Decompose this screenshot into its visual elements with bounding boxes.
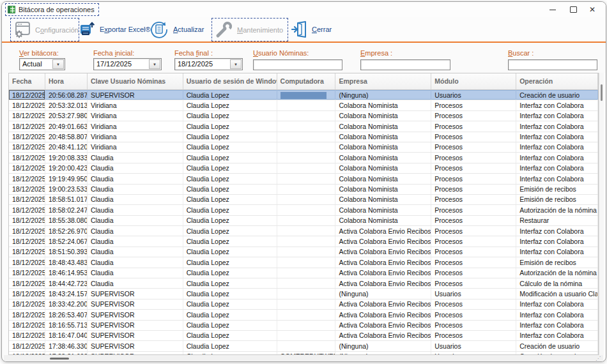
table-row[interactable]: 18/12/202518:52:26.970ClaudiaClaudia Lop… <box>9 226 598 236</box>
table-cell: 18/12/2025 <box>9 331 45 340</box>
table-cell: 18/12/2025 <box>9 90 45 100</box>
table-row[interactable]: 18/12/202518:51:50.393ClaudiaClaudia Lop… <box>9 247 598 257</box>
table-row[interactable]: 18/12/202518:44:42.723ClaudiaClaudia Lop… <box>9 278 598 289</box>
table-row[interactable]: 18/12/202519:20:00.423ClaudiaClaudia Lop… <box>9 163 598 174</box>
table-cell: Procesos <box>431 205 516 215</box>
empresa-input[interactable] <box>360 59 450 70</box>
table-row[interactable]: 18/12/202520:53:27.980ViridianaClaudia L… <box>9 111 598 121</box>
exportar-excel-button[interactable]: Exportar Excel® <box>77 18 153 40</box>
column-header[interactable]: Operación <box>516 73 598 89</box>
table-cell: Procesos <box>431 278 516 288</box>
table-cell <box>277 278 336 288</box>
table-cell: Claudia Lopez <box>183 185 277 194</box>
buscar-input[interactable] <box>508 59 597 70</box>
horizontal-scrollbar-thumb[interactable] <box>50 358 69 360</box>
table-row[interactable]: 18/12/202520:48:41.120ViridianaClaudia L… <box>9 142 598 153</box>
chevron-down-icon[interactable]: ▼ <box>149 59 160 69</box>
table-cell <box>277 236 336 246</box>
table-cell: Viridiana <box>88 100 183 110</box>
ver-bitacora-field: Ver bitácora: Actual ▼ <box>19 49 65 70</box>
mantenimiento-button[interactable]: Mantenimiento <box>211 18 288 42</box>
column-header[interactable]: Fecha <box>9 73 45 89</box>
table-row[interactable]: 18/12/202518:52:24.067ClaudiaClaudia Lop… <box>9 236 598 246</box>
table-cell: 18:44:42.723 <box>45 278 88 288</box>
table-cell: Claudia Lopez <box>183 289 277 298</box>
column-header[interactable]: Empresa <box>335 73 431 89</box>
table-cell: 18/12/2025 <box>9 163 45 173</box>
table-cell: Interfaz con Colabora <box>516 310 598 319</box>
table-cell: Claudia <box>88 236 183 246</box>
table-cell: Claudia Lopez <box>183 226 277 236</box>
table-row[interactable]: 18/12/202518:46:14.953ClaudiaClaudia Lop… <box>9 268 598 278</box>
table-cell: 17:38:46.330 <box>45 341 88 351</box>
table-row[interactable]: 18/12/202518:58:51.017ClaudiaClaudia Lop… <box>9 195 598 205</box>
table-header[interactable]: FechaHoraClave Usuario NóminasUsuario de… <box>9 73 598 90</box>
table-row[interactable]: 18/12/202520:49:01.663ViridianaClaudia L… <box>9 121 598 132</box>
table-cell: Procesos <box>431 132 516 142</box>
empresa-label: Empresa : <box>360 49 450 57</box>
table-cell: Activa Colabora Envio Recibos <box>335 268 431 278</box>
fecha-inicial-combo[interactable]: 17/12/2025 ▼ <box>93 58 162 70</box>
minimize-button[interactable] <box>546 4 560 15</box>
maximize-button[interactable] <box>566 4 580 15</box>
table-row[interactable]: 18/12/202518:48:43.483ClaudiaClaudia Lop… <box>9 257 598 268</box>
cerrar-button[interactable]: Cerrar <box>288 18 334 40</box>
table-cell: 18/12/2025 <box>9 300 45 309</box>
configuracion-button[interactable]: Configuración <box>10 18 79 42</box>
usuario-nominas-input[interactable] <box>253 59 342 70</box>
table-row[interactable]: 18/12/202517:38:46.330SUPERVISORClaudia … <box>9 341 598 351</box>
resize-grip-icon[interactable]: ⋰ <box>595 356 601 361</box>
chevron-down-icon[interactable]: ▼ <box>52 59 64 69</box>
table-row[interactable]: 18/12/202518:58:02.247ClaudiaClaudia Lop… <box>9 205 598 215</box>
table-row[interactable]: 18/12/202518:16:47.040SUPERVISORClaudia … <box>9 331 598 341</box>
table-cell: Procesos <box>431 300 516 309</box>
table-row[interactable]: 18/12/202520:48:58.807ViridianaClaudia L… <box>9 132 598 142</box>
column-header[interactable]: Usuario de sesión de Windows <box>183 73 277 89</box>
buscar-label: Buscar : <box>508 49 597 57</box>
vertical-scrollbar-thumb[interactable] <box>601 84 603 101</box>
refresh-document-icon <box>150 20 169 39</box>
app-window: Bitácora de operaciones ✕ <box>1 1 606 362</box>
vertical-scrollbar[interactable] <box>599 73 604 355</box>
fecha-final-combo[interactable]: 18/12/2025 ▼ <box>174 58 243 70</box>
table-row[interactable]: 18/12/202519:20:08.333ClaudiaClaudia Lop… <box>9 153 598 163</box>
toolbar: Configuración Exportar Excel® <box>2 17 606 42</box>
ver-bitacora-combo[interactable]: Actual ▼ <box>19 58 65 70</box>
chevron-down-icon[interactable]: ▼ <box>230 59 242 69</box>
table-cell: Claudia Lopez <box>183 142 277 152</box>
column-header[interactable]: Clave Usuario Nóminas <box>88 73 183 89</box>
table-row[interactable]: 18/12/202519:00:23.533ClaudiaClaudia Lop… <box>9 185 598 195</box>
table-row[interactable]: 18/12/202520:56:08.287SUPERVISORClaudia … <box>9 90 598 100</box>
table-cell: Procesos <box>431 321 516 330</box>
actualizar-button[interactable]: Actualizar <box>147 18 206 40</box>
table-cell: Usuarios <box>431 289 516 298</box>
table-cell: Restaurar <box>516 216 598 225</box>
title-bar[interactable]: Bitácora de operaciones ✕ <box>2 2 606 17</box>
table-row[interactable]: 18/12/202518:16:55.713SUPERVISORClaudia … <box>9 321 598 331</box>
table-cell <box>277 195 336 204</box>
table-cell: Creación de usuario <box>516 90 598 100</box>
horizontal-scrollbar[interactable]: ⋰ <box>4 355 603 361</box>
table-cell: Interfaz con Colabora <box>516 100 598 110</box>
table-cell: Claudia Lopez <box>183 257 277 267</box>
table-cell <box>277 341 336 351</box>
column-header[interactable]: Módulo <box>431 73 516 89</box>
column-header[interactable]: Computadora <box>277 73 336 89</box>
table-row[interactable]: 18/12/202519:19:49.950ClaudiaClaudia Lop… <box>9 174 598 184</box>
table-row[interactable]: 18/12/202518:26:53.407SUPERVISORClaudia … <box>9 310 598 320</box>
table-row[interactable]: 18/12/202518:43:24.157SUPERVISORClaudia … <box>9 289 598 299</box>
table-row[interactable]: 18/12/202518:55:38.080ClaudiaClaudia Lop… <box>9 216 598 226</box>
table-row[interactable]: 18/12/202520:53:32.013ViridianaClaudia L… <box>9 100 598 110</box>
wrench-icon <box>215 21 233 39</box>
column-header[interactable]: Hora <box>45 73 88 89</box>
table-row[interactable]: 18/12/202518:33:42.200SUPERVISORClaudia … <box>9 300 598 310</box>
close-button[interactable]: ✕ <box>585 4 599 15</box>
table-cell: (Ninguna) <box>335 341 431 351</box>
fecha-final-field: Fecha final : 18/12/2025 ▼ <box>174 49 243 70</box>
table-cell: 18/12/2025 <box>9 185 45 194</box>
table-cell <box>277 321 336 330</box>
table-cell: 18/12/2025 <box>9 153 45 162</box>
table-cell: Colabora Nominista <box>335 205 431 215</box>
table-cell: Viridiana <box>88 121 183 131</box>
table-cell: Colabora Nominista <box>335 121 431 131</box>
